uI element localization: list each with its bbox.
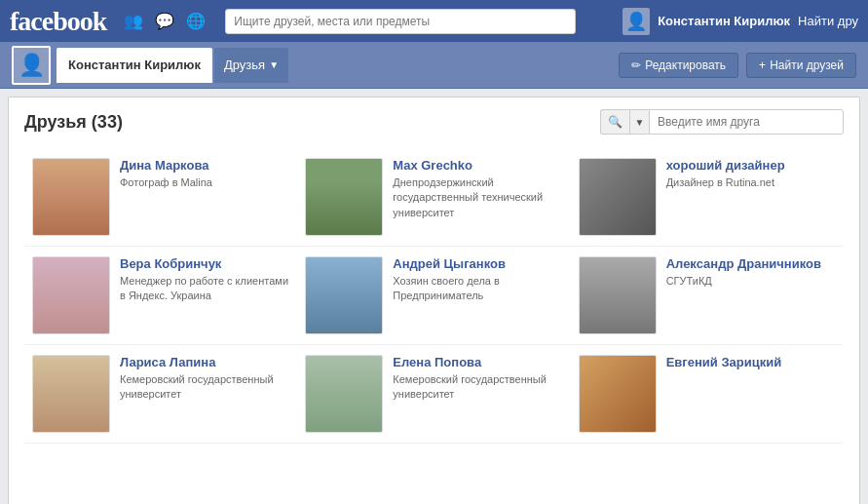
friend-photo: [579, 355, 657, 433]
friends-search-dropdown[interactable]: ▼: [629, 109, 649, 135]
friend-info: Лариса Лапина Кемеровский государственны…: [120, 355, 289, 403]
facebook-logo: facebook: [10, 6, 106, 37]
friends-search-input[interactable]: [649, 109, 844, 135]
global-search: [225, 9, 576, 34]
friend-photo: [32, 158, 110, 236]
friends-tab-label: Друзья: [224, 58, 265, 72]
friend-info: Евгений Зарицкий: [666, 355, 836, 372]
friend-info: Елена Попова Кемеровский государственный…: [393, 355, 562, 403]
friends-grid: Дина Маркова Фотограф в Malina Max Grech…: [24, 148, 844, 444]
friend-name: Евгений Зарицкий: [666, 355, 836, 369]
main-content: Друзья (33) 🔍 ▼ Дина Маркова Фотограф в …: [8, 97, 860, 504]
friend-detail: Днепродзержинский государственный технич…: [393, 175, 562, 220]
friend-photo: [32, 256, 110, 334]
friend-info: Дина Маркова Фотограф в Malina: [120, 158, 289, 190]
friend-detail: Кемеровский государственный университет: [393, 372, 562, 403]
friend-name: Александр Драничников: [666, 256, 836, 271]
profile-name-tab[interactable]: Константин Кирилюк: [57, 48, 212, 83]
friend-info: Max Grechko Днепродзержинский государств…: [393, 158, 562, 220]
profile-bar: 👤 Константин Кирилюк Друзья ▼ ✏ Редактир…: [0, 42, 868, 89]
friend-item[interactable]: хороший дизайнер Дизайнер в Rutina.net: [571, 148, 844, 247]
friend-item[interactable]: Лариса Лапина Кемеровский государственны…: [24, 345, 297, 444]
friend-item[interactable]: Max Grechko Днепродзержинский государств…: [297, 148, 570, 247]
friends-header: Друзья (33) 🔍 ▼: [24, 109, 844, 135]
friend-item[interactable]: Елена Попова Кемеровский государственный…: [297, 345, 570, 444]
edit-profile-button[interactable]: ✏ Редактировать: [619, 53, 738, 78]
friend-photo: [32, 355, 110, 433]
nav-find-button[interactable]: Найти дру: [798, 14, 858, 28]
friend-info: Александр Драничников СГУТиКД: [666, 256, 836, 289]
friend-photo: [305, 158, 383, 236]
profile-thumbnail: 👤: [12, 46, 51, 85]
friend-detail: Менеджер по работе с клиентами в Яндекс.…: [120, 274, 289, 304]
friends-tab[interactable]: Друзья ▼: [214, 48, 288, 83]
nav-right-section: 👤 Константин Кирилюк Найти дру: [623, 8, 858, 35]
friend-detail: Фотограф в Malina: [120, 175, 289, 190]
friends-nav-icon[interactable]: 👥: [120, 8, 147, 34]
friend-name: хороший дизайнер: [666, 158, 836, 173]
global-search-input[interactable]: [225, 9, 576, 34]
find-friends-button-label: Найти друзей: [770, 58, 844, 72]
friend-detail: СГУТиКД: [666, 274, 836, 289]
friend-name: Лариса Лапина: [120, 355, 289, 369]
notifications-nav-icon[interactable]: 🌐: [182, 8, 209, 34]
edit-button-label: Редактировать: [645, 58, 726, 72]
friend-name: Вера Кобринчук: [120, 256, 289, 271]
friend-item[interactable]: Дина Маркова Фотограф в Malina: [24, 148, 297, 247]
friend-photo: [579, 158, 657, 236]
profile-bar-actions: ✏ Редактировать + Найти друзей: [619, 53, 856, 78]
friend-photo: [305, 256, 383, 334]
find-friends-button[interactable]: + Найти друзей: [746, 53, 856, 78]
friend-name: Андрей Цыганков: [393, 256, 562, 271]
friend-photo: [305, 355, 383, 433]
friends-search-bar: 🔍 ▼: [600, 109, 844, 135]
friend-info: хороший дизайнер Дизайнер в Rutina.net: [666, 158, 836, 190]
friends-search-icon-btn[interactable]: 🔍: [600, 109, 629, 135]
nav-username[interactable]: Константин Кирилюк: [658, 14, 790, 28]
friend-detail: Дизайнер в Rutina.net: [666, 175, 836, 190]
find-friends-plus-icon: +: [759, 58, 766, 72]
edit-icon: ✏: [631, 58, 641, 72]
friend-detail: Хозяин своего дела в Предприниматель: [393, 274, 562, 304]
friend-info: Андрей Цыганков Хозяин своего дела в Пре…: [393, 256, 562, 304]
nav-avatar: 👤: [623, 8, 650, 35]
friend-item[interactable]: Вера Кобринчук Менеджер по работе с клие…: [24, 247, 297, 345]
friends-tab-dropdown-icon: ▼: [269, 59, 279, 70]
friend-item[interactable]: Андрей Цыганков Хозяин своего дела в Пре…: [297, 247, 570, 345]
friend-item[interactable]: Евгений Зарицкий: [571, 345, 844, 444]
friend-name: Дина Маркова: [120, 158, 289, 173]
friend-name: Max Grechko: [393, 158, 562, 173]
messages-nav-icon[interactable]: 💬: [151, 8, 178, 34]
friend-item[interactable]: Александр Драничников СГУТиКД: [571, 247, 844, 345]
friend-name: Елена Попова: [393, 355, 562, 369]
top-navigation: facebook 👥 💬 🌐 👤 Константин Кирилюк Найт…: [0, 0, 868, 42]
friend-info: Вера Кобринчук Менеджер по работе с клие…: [120, 256, 289, 304]
friends-title: Друзья (33): [24, 112, 123, 133]
friend-photo: [579, 256, 657, 334]
friend-detail: Кемеровский государственный университет: [120, 372, 289, 403]
nav-icon-group: 👥 💬 🌐: [120, 8, 209, 34]
